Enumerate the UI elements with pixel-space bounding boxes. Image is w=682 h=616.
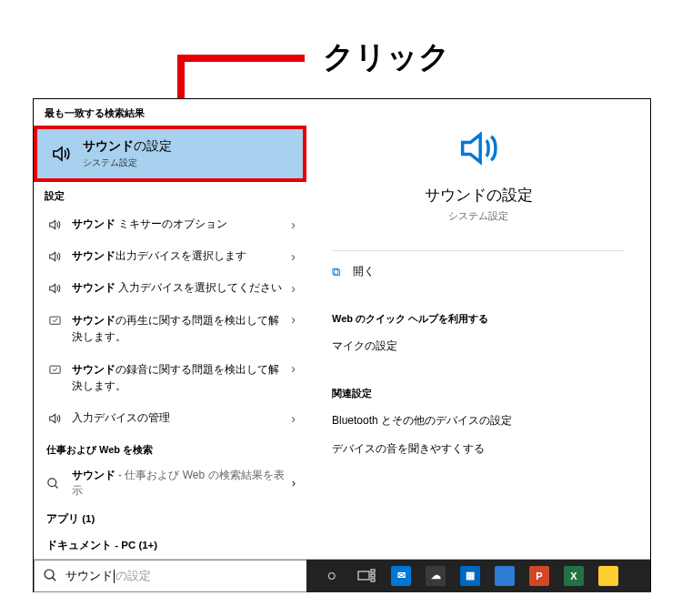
search-icon — [46, 477, 63, 490]
settings-row-3[interactable]: サウンドの再生に関する問題を検出して解決します。› — [34, 304, 306, 353]
open-action[interactable]: ⧉ 開く — [332, 250, 625, 279]
svg-line-5 — [52, 578, 55, 581]
preview-subtitle: システム設定 — [332, 209, 625, 223]
chevron-right-icon: › — [291, 411, 296, 426]
speaker-icon — [46, 249, 63, 264]
chevron-right-icon: › — [291, 217, 296, 232]
right-pane: サウンドの設定 システム設定 ⧉ 開く Web のクイック ヘルプを利用する マ… — [306, 99, 650, 559]
documents-group[interactable]: ドキュメント - PC (1+) — [34, 532, 306, 559]
row-text: サウンド 入力デバイスを選択してください — [72, 280, 286, 296]
svg-rect-7 — [371, 570, 375, 572]
row-text: サウンド出力デバイスを選択します — [72, 248, 286, 264]
speaker-icon — [46, 281, 63, 296]
row-text: 入力デバイスの管理 — [72, 410, 286, 426]
taskbar-app-edge[interactable] — [492, 563, 517, 589]
left-pane: 最も一致する検索結果 サウンドの設定 システム設定 設定 サウンド ミキサーのオ… — [34, 99, 306, 559]
row-text: サウンド ミキサーのオプション — [72, 217, 286, 232]
related-link-1[interactable]: デバイスの音を聞きやすくする — [332, 441, 625, 457]
svg-point-4 — [45, 570, 54, 579]
quick-help-header: Web のクイック ヘルプを利用する — [332, 312, 625, 326]
taskbar-app-excel[interactable]: X — [561, 563, 587, 589]
chevron-right-icon: › — [291, 249, 296, 264]
web-search-header: 仕事および Web を検索 — [34, 434, 306, 460]
search-icon — [35, 568, 65, 583]
task-view-icon[interactable] — [354, 563, 379, 589]
best-match-item[interactable]: サウンドの設定 システム設定 — [34, 126, 306, 182]
settings-header: 設定 — [34, 182, 306, 208]
quick-help-link[interactable]: マイクの設定 — [332, 338, 625, 354]
search-text: サウンドの設定 — [65, 568, 151, 584]
taskbar-app-powerpoint[interactable]: P — [527, 563, 552, 589]
best-match-title: サウンドの設定 — [83, 138, 172, 155]
svg-rect-6 — [358, 571, 369, 580]
taskbar-app-weather[interactable]: ☁ — [423, 563, 448, 589]
chevron-right-icon: › — [292, 477, 296, 490]
taskbar-app-calendar[interactable]: ▦ — [457, 563, 483, 589]
open-label: 開く — [353, 264, 375, 279]
settings-row-2[interactable]: サウンド 入力デバイスを選択してください› — [34, 272, 306, 304]
open-icon: ⧉ — [332, 265, 340, 279]
apps-group[interactable]: アプリ (1) — [34, 506, 306, 532]
bottom-bar: サウンドの設定 ○ ✉☁▦PX — [34, 559, 650, 591]
speaker-icon — [46, 411, 63, 426]
row-text: サウンドの再生に関する問題を検出して解決します。 — [72, 312, 286, 345]
body-area: 最も一致する検索結果 サウンドの設定 システム設定 設定 サウンド ミキサーのオ… — [34, 99, 650, 559]
search-input[interactable]: サウンドの設定 — [34, 560, 306, 592]
troubleshoot-icon — [46, 363, 63, 377]
preview-title: サウンドの設定 — [332, 185, 625, 206]
taskbar-app-explorer[interactable] — [596, 563, 621, 589]
settings-row-4[interactable]: サウンドの録音に関する問題を検出して解決します。› — [34, 353, 306, 402]
settings-row-5[interactable]: 入力デバイスの管理› — [34, 402, 306, 434]
speaker-icon — [50, 143, 72, 165]
taskbar: ○ ✉☁▦PX — [306, 560, 650, 592]
troubleshoot-icon — [46, 314, 63, 328]
related-link-0[interactable]: Bluetooth とその他のデバイスの設定 — [332, 413, 625, 429]
best-match-text: サウンドの設定 システム設定 — [83, 138, 172, 169]
speaker-large-icon — [455, 125, 502, 172]
chevron-right-icon: › — [291, 361, 296, 376]
annotation-label: クリック — [323, 36, 450, 78]
web-search-text: サウンド - 仕事および Web の検索結果を表示 — [72, 468, 292, 499]
related-header: 関連設定 — [332, 387, 625, 400]
svg-rect-0 — [49, 317, 59, 324]
settings-row-0[interactable]: サウンド ミキサーのオプション› — [34, 208, 306, 240]
start-search-window: 最も一致する検索結果 サウンドの設定 システム設定 設定 サウンド ミキサーのオ… — [33, 98, 651, 592]
svg-rect-8 — [371, 574, 375, 577]
svg-rect-9 — [371, 579, 375, 581]
svg-line-3 — [55, 485, 57, 488]
svg-point-2 — [48, 478, 56, 486]
row-text: サウンドの録音に関する問題を検出して解決します。 — [72, 361, 286, 394]
best-match-header: 最も一致する検索結果 — [34, 99, 306, 126]
speaker-icon — [46, 217, 63, 232]
svg-rect-1 — [49, 366, 59, 373]
best-match-subtitle: システム設定 — [83, 157, 172, 169]
settings-row-1[interactable]: サウンド出力デバイスを選択します› — [34, 240, 306, 272]
cortana-icon[interactable]: ○ — [319, 563, 345, 589]
taskbar-app-mail[interactable]: ✉ — [388, 563, 414, 589]
web-search-item[interactable]: サウンド - 仕事および Web の検索結果を表示 › — [34, 460, 306, 506]
chevron-right-icon: › — [291, 312, 296, 327]
chevron-right-icon: › — [291, 281, 296, 296]
